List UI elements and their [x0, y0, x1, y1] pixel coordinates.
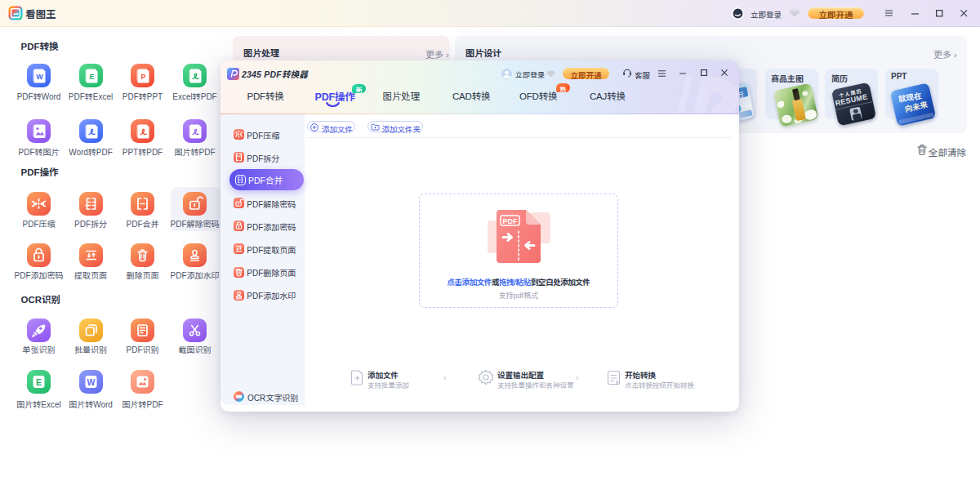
svg-text:E: E [89, 73, 94, 81]
svg-text:P: P [140, 73, 145, 81]
svg-text:PDF: PDF [503, 217, 519, 225]
svg-text:W: W [36, 73, 43, 81]
svg-text:W: W [87, 377, 95, 387]
svg-text:E: E [36, 377, 42, 387]
